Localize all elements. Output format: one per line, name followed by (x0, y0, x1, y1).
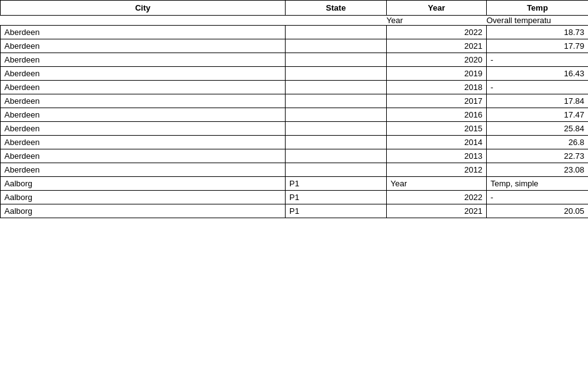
cell-city: Aberdeen (1, 94, 286, 108)
table-row: Aberdeen201223.08 (1, 163, 589, 177)
table-row: AalborgP12022- (1, 191, 589, 204)
cell-city: Aberdeen (1, 108, 286, 122)
cell-state (286, 163, 387, 177)
cell-city: Aberdeen (1, 53, 286, 67)
data-table: City State Year Temp Year Overall temper… (0, 0, 588, 218)
cell-year: 2022 (387, 191, 487, 204)
subheader-year-1: Year (387, 16, 487, 26)
cell-year: 2018 (387, 81, 487, 94)
cell-year: 2017 (387, 94, 487, 108)
cell-year: 2012 (387, 163, 487, 177)
cell-state (286, 94, 387, 108)
cell-city: Aalborg (1, 204, 286, 218)
cell-state (286, 136, 387, 149)
table-row: Aberdeen202117.79 (1, 39, 589, 53)
cell-city: Aberdeen (1, 81, 286, 94)
cell-temp: - (487, 81, 589, 94)
cell-state (286, 81, 387, 94)
cell-temp: - (487, 53, 589, 67)
table-row: Aberdeen202218.73 (1, 26, 589, 39)
cell-year: 2014 (387, 136, 487, 149)
header-temp: Temp (487, 1, 589, 16)
cell-temp: 22.73 (487, 149, 589, 163)
table-row: AalborgP1YearTemp, simple (1, 177, 589, 191)
table-row: Aberdeen201426.8 (1, 136, 589, 149)
cell-state (286, 122, 387, 136)
cell-state: P1 (286, 177, 387, 191)
table-row: Aberdeen201525.84 (1, 122, 589, 136)
cell-temp: 17.84 (487, 94, 589, 108)
cell-state (286, 26, 387, 39)
cell-temp: Temp, simple (487, 177, 589, 191)
cell-city: Aberdeen (1, 39, 286, 53)
cell-year: Year (387, 177, 487, 191)
cell-city: Aberdeen (1, 163, 286, 177)
header-year: Year (387, 1, 487, 16)
table-row: Aberdeen2020- (1, 53, 589, 67)
cell-state: P1 (286, 204, 387, 218)
cell-temp: 26.8 (487, 136, 589, 149)
cell-temp: - (487, 191, 589, 204)
header-row: City State Year Temp (1, 1, 589, 16)
cell-city: Aberdeen (1, 26, 286, 39)
subheader-row-1: Year Overall temperatu (1, 16, 589, 26)
cell-temp: 16.43 (487, 67, 589, 81)
cell-city: Aberdeen (1, 67, 286, 81)
subheader-temp-1: Overall temperatu (487, 16, 589, 26)
cell-state (286, 39, 387, 53)
cell-year: 2019 (387, 67, 487, 81)
subheader-state-1 (286, 16, 387, 26)
cell-state: P1 (286, 191, 387, 204)
table-row: Aberdeen201916.43 (1, 67, 589, 81)
cell-year: 2015 (387, 122, 487, 136)
cell-year: 2021 (387, 204, 487, 218)
cell-state (286, 53, 387, 67)
cell-city: Aberdeen (1, 149, 286, 163)
cell-temp: 17.79 (487, 39, 589, 53)
cell-state (286, 108, 387, 122)
cell-year: 2021 (387, 39, 487, 53)
cell-city: Aberdeen (1, 136, 286, 149)
cell-state (286, 149, 387, 163)
cell-temp: 17.47 (487, 108, 589, 122)
cell-temp: 25.84 (487, 122, 589, 136)
table-row: Aberdeen201322.73 (1, 149, 589, 163)
cell-year: 2020 (387, 53, 487, 67)
cell-city: Aberdeen (1, 122, 286, 136)
cell-year: 2022 (387, 26, 487, 39)
cell-year: 2013 (387, 149, 487, 163)
table-row: Aberdeen201617.47 (1, 108, 589, 122)
subheader-city-1 (1, 16, 286, 26)
cell-state (286, 67, 387, 81)
table-row: Aberdeen201717.84 (1, 94, 589, 108)
cell-temp: 20.05 (487, 204, 589, 218)
table-row: AalborgP1202120.05 (1, 204, 589, 218)
cell-city: Aalborg (1, 177, 286, 191)
cell-city: Aalborg (1, 191, 286, 204)
cell-year: 2016 (387, 108, 487, 122)
header-state: State (286, 1, 387, 16)
table-row: Aberdeen2018- (1, 81, 589, 94)
header-city: City (1, 1, 286, 16)
cell-temp: 18.73 (487, 26, 589, 39)
cell-temp: 23.08 (487, 163, 589, 177)
